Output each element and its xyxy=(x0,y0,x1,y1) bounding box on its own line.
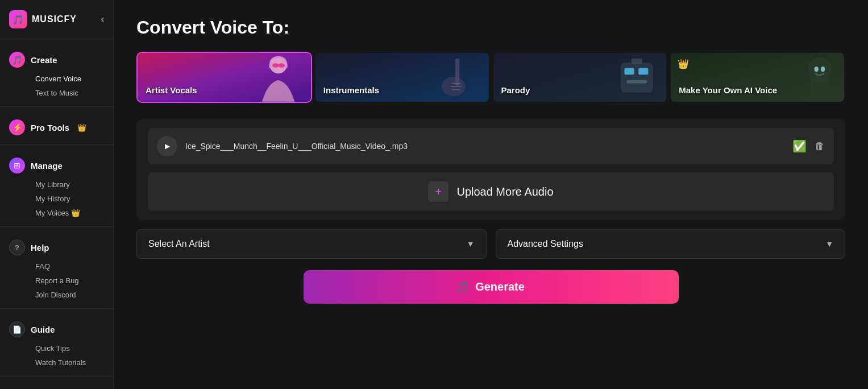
sidebar-guide-header[interactable]: 📄 Guide xyxy=(0,318,113,342)
generate-music-icon: 🎵 xyxy=(457,281,470,293)
sidebar-create-header[interactable]: 🎵 Create xyxy=(0,48,113,72)
main-content: Convert Voice To: xyxy=(114,0,868,389)
category-card-make-ai-voice[interactable]: 👑 Make Your Own AI Voice xyxy=(670,52,845,103)
pro-tools-crown: 👑 xyxy=(77,123,86,132)
sidebar-item-my-voices[interactable]: My Voices 👑 xyxy=(31,206,113,220)
page-title: Convert Voice To: xyxy=(136,17,845,38)
logo-icon: 🎵 xyxy=(9,10,27,28)
category-card-artist-vocals[interactable]: Artist Vocals xyxy=(136,52,312,103)
pro-tools-icon: ⚡ xyxy=(9,119,25,135)
svg-rect-3 xyxy=(285,64,288,68)
sidebar-section-guide: 📄 Guide Quick Tips Watch Tutorials xyxy=(0,309,113,376)
dropdowns-row: Select An Artist ▼ Advanced Settings ▼ xyxy=(136,229,845,259)
sidebar-header: 🎵 MUSICFY ‹ xyxy=(0,0,113,39)
sidebar-pro-tools-header[interactable]: ⚡ Pro Tools 👑 xyxy=(0,116,113,140)
instrumentals-label: Instrumentals xyxy=(323,85,379,95)
make-voice-crown: 👑 xyxy=(678,59,689,69)
audio-file-row: ▶ Ice_Spice___Munch__Feelin_U___Official… xyxy=(148,128,834,164)
svg-point-22 xyxy=(821,67,825,72)
category-card-parody[interactable]: Parody xyxy=(492,52,668,103)
advanced-settings-dropdown[interactable]: Advanced Settings ▼ xyxy=(496,229,846,259)
audio-filename: Ice_Spice___Munch__Feelin_U___Official_M… xyxy=(185,142,784,151)
category-card-instrumentals[interactable]: Instrumentals xyxy=(314,52,490,103)
make-voice-label: Make Your Own AI Voice xyxy=(679,85,777,95)
audio-delete-button[interactable]: 🗑 xyxy=(815,140,825,152)
guide-subitems: Quick Tips Watch Tutorials xyxy=(0,342,113,371)
sidebar-manage-label: Manage xyxy=(31,161,63,171)
svg-rect-14 xyxy=(624,68,634,75)
sidebar-item-watch-tutorials[interactable]: Watch Tutorials xyxy=(31,356,113,369)
sidebar-help-label: Help xyxy=(31,243,49,253)
generate-button-label: Generate xyxy=(475,280,525,293)
svg-rect-13 xyxy=(620,63,653,92)
sidebar-manage-header[interactable]: ⊞ Manage xyxy=(0,154,113,178)
svg-rect-8 xyxy=(455,59,459,86)
sidebar-item-my-library[interactable]: My Library xyxy=(31,178,113,191)
upload-more-label: Upload More Audio xyxy=(456,185,553,198)
advanced-settings-label: Advanced Settings xyxy=(508,239,583,249)
my-voices-crown: 👑 xyxy=(71,209,80,217)
manage-subitems: My Library My History My Voices 👑 xyxy=(0,178,113,222)
sidebar-pro-tools-label: Pro Tools xyxy=(31,123,69,133)
svg-point-4 xyxy=(272,63,279,68)
sidebar-item-report-bug[interactable]: Report a Bug xyxy=(31,274,113,287)
sidebar-item-faq[interactable]: FAQ xyxy=(31,260,113,273)
upload-more-button[interactable]: + Upload More Audio xyxy=(148,172,834,211)
svg-rect-15 xyxy=(638,68,648,75)
upload-plus-icon: + xyxy=(428,181,448,202)
sidebar-section-help: ? Help FAQ Report a Bug Join Discord xyxy=(0,227,113,309)
advanced-settings-arrow-icon: ▼ xyxy=(825,239,833,249)
sidebar-item-text-to-music[interactable]: Text to Music xyxy=(31,86,113,100)
audio-section: ▶ Ice_Spice___Munch__Feelin_U___Official… xyxy=(136,119,845,220)
sidebar-item-join-discord[interactable]: Join Discord xyxy=(31,288,113,301)
svg-rect-20 xyxy=(811,77,829,96)
sidebar-create-label: Create xyxy=(31,55,57,65)
svg-rect-16 xyxy=(626,80,647,84)
help-icon: ? xyxy=(9,239,25,255)
svg-point-21 xyxy=(815,67,819,72)
generate-button[interactable]: 🎵 Generate xyxy=(304,270,679,304)
svg-point-5 xyxy=(279,63,285,68)
sidebar-guide-label: Guide xyxy=(31,325,55,334)
help-subitems: FAQ Report a Bug Join Discord xyxy=(0,260,113,304)
audio-check-icon: ✅ xyxy=(792,139,807,153)
sidebar-section-pro-tools: ⚡ Pro Tools 👑 xyxy=(0,107,113,145)
create-icon: 🎵 xyxy=(9,52,25,68)
sidebar-help-header[interactable]: ? Help xyxy=(0,236,113,260)
artist-vocals-label: Artist Vocals xyxy=(146,85,197,95)
sidebar-item-my-history[interactable]: My History xyxy=(31,192,113,205)
sidebar-section-create: 🎵 Create Convert Voice Text to Music xyxy=(0,39,113,107)
logo-area: 🎵 MUSICFY xyxy=(9,10,77,28)
sidebar-item-quick-tips[interactable]: Quick Tips xyxy=(31,342,113,355)
svg-rect-17 xyxy=(631,59,642,64)
create-subitems: Convert Voice Text to Music xyxy=(0,72,113,102)
category-cards: Artist Vocals xyxy=(136,52,845,103)
sidebar-section-manage: ⊞ Manage My Library My History My Voices… xyxy=(0,145,113,227)
sidebar-item-convert-voice[interactable]: Convert Voice xyxy=(31,72,113,85)
parody-label: Parody xyxy=(501,85,530,95)
collapse-sidebar-button[interactable]: ‹ xyxy=(101,14,104,24)
svg-rect-2 xyxy=(269,64,272,68)
logo-text: MUSICFY xyxy=(32,14,77,24)
select-artist-dropdown[interactable]: Select An Artist ▼ xyxy=(136,229,487,259)
manage-icon: ⊞ xyxy=(9,158,25,173)
select-artist-label: Select An Artist xyxy=(148,239,210,249)
select-artist-arrow-icon: ▼ xyxy=(467,239,475,249)
sidebar: 🎵 MUSICFY ‹ 🎵 Create Convert Voice Text … xyxy=(0,0,114,389)
play-button[interactable]: ▶ xyxy=(157,136,177,156)
guide-icon: 📄 xyxy=(9,321,25,337)
